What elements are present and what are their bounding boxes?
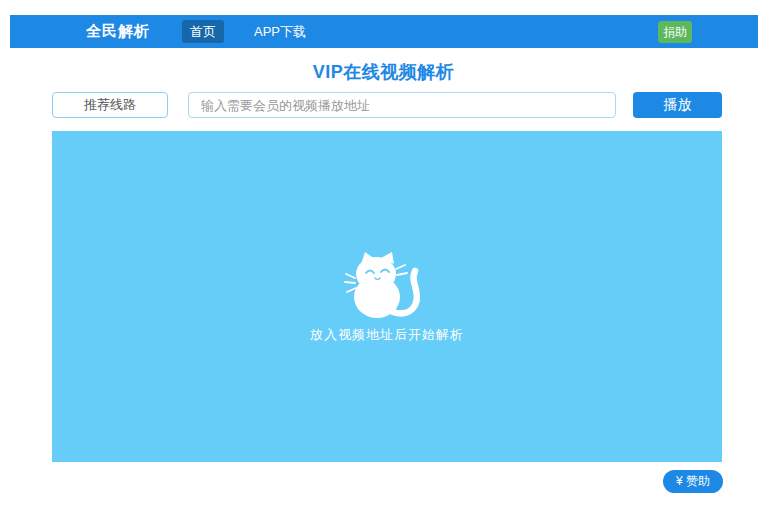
page-title: VIP在线视频解析 <box>0 60 767 84</box>
panel-hint-text: 放入视频地址后开始解析 <box>310 326 464 344</box>
cat-icon <box>343 250 431 320</box>
nav-item-app-download[interactable]: APP下载 <box>246 20 314 43</box>
navbar: 全民解析 首页 APP下载 捐助 <box>10 15 758 48</box>
nav-item-home[interactable]: 首页 <box>182 20 224 43</box>
brand-logo[interactable]: 全民解析 <box>86 22 150 41</box>
play-button[interactable]: 播放 <box>633 92 722 118</box>
line-select-dropdown[interactable]: 推荐线路 <box>52 92 168 118</box>
sponsor-button[interactable]: ¥ 赞助 <box>663 470 723 493</box>
player-placeholder-panel: 放入视频地址后开始解析 <box>52 131 722 462</box>
video-url-input[interactable] <box>188 92 616 118</box>
page: 全民解析 首页 APP下载 捐助 VIP在线视频解析 推荐线路 播放 <box>0 0 767 512</box>
controls-row: 推荐线路 播放 <box>52 92 722 118</box>
donate-button[interactable]: 捐助 <box>658 21 692 43</box>
